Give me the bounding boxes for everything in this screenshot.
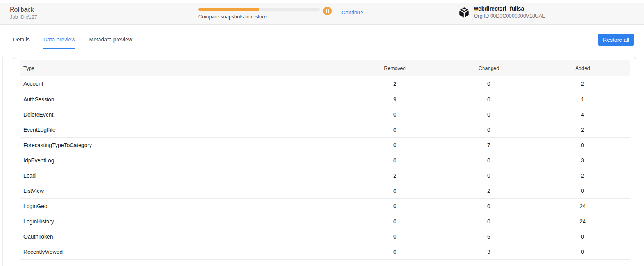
tab-data-preview[interactable]: Data preview — [43, 36, 75, 49]
tab-metadata-preview[interactable]: Metadata preview — [89, 36, 133, 49]
table-header-row: Type Removed Changed Added — [20, 60, 630, 76]
cell-removed: 0 — [348, 198, 442, 214]
cell-type: AuthSession — [20, 92, 348, 107]
table-row: Lead 2 0 2 — [20, 168, 630, 183]
cell-removed: 9 — [348, 92, 442, 107]
table-row: DeleteEvent 0 0 4 — [20, 107, 630, 122]
cell-changed: 0 — [442, 153, 536, 168]
cell-changed: 0 — [442, 198, 536, 214]
pause-bar — [328, 9, 329, 13]
top-divider-line — [8, 0, 8, 3]
cell-type: RecentlyViewed — [20, 244, 348, 259]
restore-all-button[interactable]: Restore all — [598, 34, 634, 46]
cell-changed: 0 — [442, 122, 536, 137]
cell-changed: 6 — [442, 229, 536, 244]
cell-removed: 0 — [348, 137, 442, 153]
column-header-added: Added — [536, 60, 630, 76]
org-text: webdirectsrl--fullsa Org ID 00D0C0000000… — [474, 5, 545, 19]
column-header-type: Type — [20, 60, 348, 76]
cell-changed: 0 — [442, 76, 536, 92]
cell-type: LoginGeo — [20, 198, 348, 214]
cell-removed: 0 — [348, 183, 442, 198]
job-id: Job ID #127 — [10, 14, 37, 20]
cell-changed: 0 — [442, 92, 536, 107]
cell-type: ForecastingTypeToCategory — [20, 137, 348, 153]
table-row: Account 2 0 2 — [20, 76, 630, 92]
cell-added: 0 — [536, 183, 630, 198]
cell-removed: 0 — [348, 229, 442, 244]
table-body: Account 2 0 2 AuthSession 9 0 1 DeleteEv… — [20, 76, 630, 259]
data-preview-table: Type Removed Changed Added Account 2 0 2… — [20, 60, 630, 260]
table-row: OauthToken 0 6 0 — [20, 229, 630, 244]
table-row: LoginGeo 0 0 24 — [20, 198, 630, 214]
cell-added: 24 — [536, 214, 630, 229]
progress-step-label: Compare snapshots to restore — [198, 14, 267, 20]
table-row: AuthSession 9 0 1 — [20, 92, 630, 107]
tab-label: Metadata preview — [89, 36, 133, 43]
cell-added: 4 — [536, 107, 630, 122]
cell-added: 3 — [536, 153, 630, 168]
cell-removed: 0 — [348, 214, 442, 229]
cell-removed: 0 — [348, 153, 442, 168]
tab-label: Data preview — [43, 36, 75, 43]
cell-removed: 0 — [348, 107, 442, 122]
cell-added: 0 — [536, 137, 630, 153]
cell-added: 1 — [536, 92, 630, 107]
table-row: EventLogFile 0 0 2 — [20, 122, 630, 137]
page-left-divider — [2, 25, 3, 266]
cell-changed: 0 — [442, 214, 536, 229]
table-row: ForecastingTypeToCategory 0 7 0 — [20, 137, 630, 153]
pause-icon[interactable] — [323, 7, 332, 15]
cell-removed: 0 — [348, 122, 442, 137]
progress-bar — [198, 8, 320, 11]
tab-bar: DetailsData previewMetadata preview Rest… — [0, 25, 644, 57]
cell-type: IdpEventLog — [20, 153, 348, 168]
cell-type: EventLogFile — [20, 122, 348, 137]
cell-type: ListView — [20, 183, 348, 198]
pause-bar — [326, 9, 327, 13]
cell-added: 2 — [536, 76, 630, 92]
table-row: IdpEventLog 0 0 3 — [20, 153, 630, 168]
cell-removed: 2 — [348, 76, 442, 92]
table-row: LoginHistory 0 0 24 — [20, 214, 630, 229]
cell-added: 0 — [536, 229, 630, 244]
job-header: Rollback Job ID #127 Compare snapshots t… — [0, 3, 644, 25]
cell-changed: 0 — [442, 168, 536, 183]
cell-changed: 3 — [442, 244, 536, 259]
column-header-changed: Changed — [442, 60, 536, 76]
tab-details[interactable]: Details — [13, 36, 30, 49]
tabs: DetailsData previewMetadata preview — [13, 36, 132, 49]
cell-changed: 2 — [442, 183, 536, 198]
progress-fill — [198, 8, 259, 11]
cell-added: 0 — [536, 244, 630, 259]
cell-removed: 2 — [348, 168, 442, 183]
top-strip — [0, 0, 644, 3]
cell-type: OauthToken — [20, 229, 348, 244]
cell-added: 2 — [536, 122, 630, 137]
continue-link[interactable]: Continue — [341, 9, 363, 16]
box-icon — [458, 6, 470, 19]
cell-removed: 0 — [348, 244, 442, 259]
cell-type: LoginHistory — [20, 214, 348, 229]
org-name: webdirectsrl--fullsa — [474, 5, 545, 12]
cell-type: Lead — [20, 168, 348, 183]
org-block: webdirectsrl--fullsa Org ID 00D0C0000000… — [458, 5, 545, 19]
cell-changed: 7 — [442, 137, 536, 153]
tab-label: Details — [13, 36, 30, 43]
cell-added: 24 — [536, 198, 630, 214]
table-row: ListView 0 2 0 — [20, 183, 630, 198]
cell-type: DeleteEvent — [20, 107, 348, 122]
page-title: Rollback — [10, 6, 34, 13]
data-preview-card: Type Removed Changed Added Account 2 0 2… — [13, 57, 636, 266]
column-header-removed: Removed — [348, 60, 442, 76]
cell-changed: 0 — [442, 107, 536, 122]
table-row: RecentlyViewed 0 3 0 — [20, 244, 630, 259]
cell-added: 2 — [536, 168, 630, 183]
org-id: Org ID 00D0C0000000V18UAE — [474, 13, 545, 19]
cell-type: Account — [20, 76, 348, 92]
